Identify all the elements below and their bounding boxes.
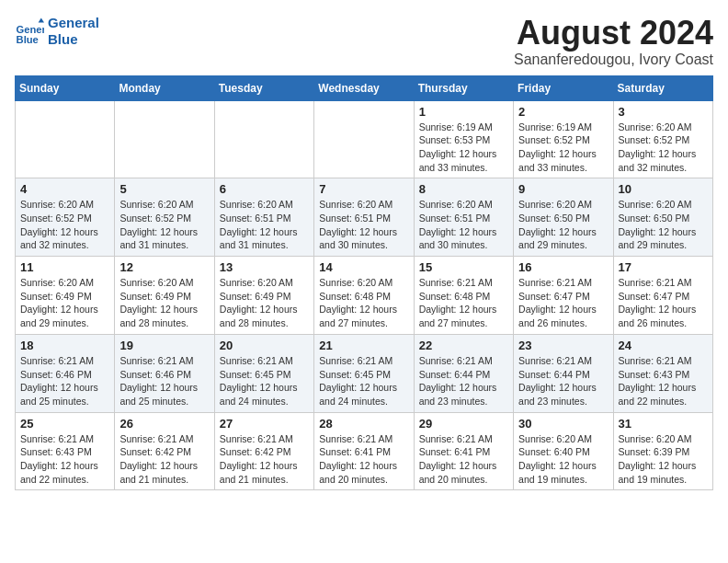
day-of-week-header: Tuesday bbox=[214, 75, 313, 100]
day-info: Sunrise: 6:20 AM Sunset: 6:40 PM Dayligh… bbox=[518, 432, 608, 487]
calendar-cell: 25Sunrise: 6:21 AM Sunset: 6:43 PM Dayli… bbox=[16, 412, 115, 490]
day-of-week-header: Monday bbox=[115, 75, 214, 100]
logo: General Blue General Blue bbox=[15, 15, 99, 48]
calendar-cell: 29Sunrise: 6:21 AM Sunset: 6:41 PM Dayli… bbox=[414, 412, 513, 490]
day-number: 14 bbox=[319, 260, 408, 274]
calendar-cell: 3Sunrise: 6:20 AM Sunset: 6:52 PM Daylig… bbox=[613, 100, 712, 178]
day-number: 20 bbox=[220, 339, 309, 352]
day-number: 22 bbox=[419, 339, 508, 352]
calendar-cell: 4Sunrise: 6:20 AM Sunset: 6:52 PM Daylig… bbox=[16, 178, 115, 257]
day-number: 13 bbox=[220, 260, 309, 274]
day-number: 29 bbox=[419, 417, 508, 431]
day-number: 11 bbox=[20, 260, 109, 274]
day-number: 8 bbox=[419, 182, 508, 196]
day-info: Sunrise: 6:20 AM Sunset: 6:52 PM Dayligh… bbox=[619, 121, 708, 175]
day-number: 27 bbox=[220, 417, 309, 431]
calendar-cell: 10Sunrise: 6:20 AM Sunset: 6:50 PM Dayli… bbox=[613, 178, 712, 257]
day-info: Sunrise: 6:20 AM Sunset: 6:48 PM Dayligh… bbox=[319, 276, 408, 330]
day-info: Sunrise: 6:21 AM Sunset: 6:46 PM Dayligh… bbox=[119, 354, 209, 408]
calendar-cell: 30Sunrise: 6:20 AM Sunset: 6:40 PM Dayli… bbox=[514, 412, 613, 490]
calendar-header: SundayMondayTuesdayWednesdayThursdayFrid… bbox=[16, 75, 713, 100]
calendar-body: 1Sunrise: 6:19 AM Sunset: 6:53 PM Daylig… bbox=[16, 100, 713, 490]
calendar-cell: 22Sunrise: 6:21 AM Sunset: 6:44 PM Dayli… bbox=[414, 334, 513, 412]
calendar-cell: 16Sunrise: 6:21 AM Sunset: 6:47 PM Dayli… bbox=[514, 257, 613, 335]
page-title: August 2024 bbox=[514, 15, 713, 52]
day-number: 1 bbox=[419, 105, 508, 119]
calendar-cell: 23Sunrise: 6:21 AM Sunset: 6:44 PM Dayli… bbox=[514, 334, 613, 412]
page-subtitle: Sananferedougou, Ivory Coast bbox=[514, 52, 713, 68]
calendar-cell: 24Sunrise: 6:21 AM Sunset: 6:43 PM Dayli… bbox=[613, 334, 712, 412]
svg-marker-2 bbox=[39, 18, 44, 23]
day-number: 12 bbox=[119, 260, 209, 274]
day-of-week-header: Friday bbox=[514, 75, 613, 100]
day-info: Sunrise: 6:21 AM Sunset: 6:42 PM Dayligh… bbox=[220, 432, 309, 487]
day-number: 21 bbox=[319, 339, 408, 352]
day-of-week-header: Sunday bbox=[16, 75, 115, 100]
day-number: 24 bbox=[619, 339, 708, 352]
calendar-week-row: 1Sunrise: 6:19 AM Sunset: 6:53 PM Daylig… bbox=[16, 100, 713, 178]
day-info: Sunrise: 6:21 AM Sunset: 6:41 PM Dayligh… bbox=[319, 432, 408, 487]
day-info: Sunrise: 6:20 AM Sunset: 6:52 PM Dayligh… bbox=[119, 198, 209, 252]
day-info: Sunrise: 6:20 AM Sunset: 6:49 PM Dayligh… bbox=[220, 276, 309, 330]
day-info: Sunrise: 6:21 AM Sunset: 6:47 PM Dayligh… bbox=[518, 276, 608, 330]
logo-icon: General Blue bbox=[15, 17, 44, 46]
calendar-cell: 20Sunrise: 6:21 AM Sunset: 6:45 PM Dayli… bbox=[214, 334, 313, 412]
calendar-week-row: 18Sunrise: 6:21 AM Sunset: 6:46 PM Dayli… bbox=[16, 334, 713, 412]
title-block: August 2024 Sananferedougou, Ivory Coast bbox=[514, 15, 713, 68]
svg-text:General: General bbox=[17, 24, 44, 35]
day-info: Sunrise: 6:20 AM Sunset: 6:49 PM Dayligh… bbox=[20, 276, 109, 330]
day-number: 16 bbox=[518, 260, 608, 274]
day-info: Sunrise: 6:20 AM Sunset: 6:39 PM Dayligh… bbox=[619, 432, 708, 487]
day-of-week-header: Thursday bbox=[414, 75, 513, 100]
calendar-cell: 1Sunrise: 6:19 AM Sunset: 6:53 PM Daylig… bbox=[414, 100, 513, 178]
day-number: 5 bbox=[119, 182, 209, 196]
calendar-cell: 31Sunrise: 6:20 AM Sunset: 6:39 PM Dayli… bbox=[613, 412, 712, 490]
day-number: 28 bbox=[319, 417, 408, 431]
day-number: 10 bbox=[619, 182, 708, 196]
calendar-cell: 9Sunrise: 6:20 AM Sunset: 6:50 PM Daylig… bbox=[514, 178, 613, 257]
calendar-cell: 13Sunrise: 6:20 AM Sunset: 6:49 PM Dayli… bbox=[214, 257, 313, 335]
calendar-cell: 27Sunrise: 6:21 AM Sunset: 6:42 PM Dayli… bbox=[214, 412, 313, 490]
calendar-cell: 28Sunrise: 6:21 AM Sunset: 6:41 PM Dayli… bbox=[314, 412, 414, 490]
day-number: 15 bbox=[419, 260, 508, 274]
day-info: Sunrise: 6:19 AM Sunset: 6:52 PM Dayligh… bbox=[518, 121, 608, 175]
day-info: Sunrise: 6:19 AM Sunset: 6:53 PM Dayligh… bbox=[419, 121, 508, 175]
day-number: 17 bbox=[619, 260, 708, 274]
day-number: 31 bbox=[619, 417, 708, 431]
calendar-cell bbox=[115, 100, 214, 178]
day-info: Sunrise: 6:21 AM Sunset: 6:45 PM Dayligh… bbox=[319, 354, 408, 408]
calendar-cell: 8Sunrise: 6:20 AM Sunset: 6:51 PM Daylig… bbox=[414, 178, 513, 257]
calendar-cell: 19Sunrise: 6:21 AM Sunset: 6:46 PM Dayli… bbox=[115, 334, 214, 412]
day-number: 26 bbox=[119, 417, 209, 431]
calendar-cell: 12Sunrise: 6:20 AM Sunset: 6:49 PM Dayli… bbox=[115, 257, 214, 335]
day-number: 7 bbox=[319, 182, 408, 196]
calendar-cell: 7Sunrise: 6:20 AM Sunset: 6:51 PM Daylig… bbox=[314, 178, 414, 257]
day-number: 2 bbox=[518, 105, 608, 119]
day-info: Sunrise: 6:21 AM Sunset: 6:43 PM Dayligh… bbox=[619, 354, 708, 408]
calendar-cell: 6Sunrise: 6:20 AM Sunset: 6:51 PM Daylig… bbox=[214, 178, 313, 257]
day-info: Sunrise: 6:21 AM Sunset: 6:45 PM Dayligh… bbox=[220, 354, 309, 408]
calendar-week-row: 11Sunrise: 6:20 AM Sunset: 6:49 PM Dayli… bbox=[16, 257, 713, 335]
day-info: Sunrise: 6:20 AM Sunset: 6:52 PM Dayligh… bbox=[20, 198, 109, 252]
day-info: Sunrise: 6:21 AM Sunset: 6:46 PM Dayligh… bbox=[20, 354, 109, 408]
day-info: Sunrise: 6:21 AM Sunset: 6:44 PM Dayligh… bbox=[518, 354, 608, 408]
day-number: 30 bbox=[518, 417, 608, 431]
svg-text:Blue: Blue bbox=[17, 34, 39, 45]
calendar-cell: 17Sunrise: 6:21 AM Sunset: 6:47 PM Dayli… bbox=[613, 257, 712, 335]
calendar-cell bbox=[214, 100, 313, 178]
day-info: Sunrise: 6:21 AM Sunset: 6:47 PM Dayligh… bbox=[619, 276, 708, 330]
day-info: Sunrise: 6:21 AM Sunset: 6:43 PM Dayligh… bbox=[20, 432, 109, 487]
calendar-cell: 5Sunrise: 6:20 AM Sunset: 6:52 PM Daylig… bbox=[115, 178, 214, 257]
calendar-week-row: 25Sunrise: 6:21 AM Sunset: 6:43 PM Dayli… bbox=[16, 412, 713, 490]
day-number: 18 bbox=[20, 339, 109, 352]
day-info: Sunrise: 6:20 AM Sunset: 6:51 PM Dayligh… bbox=[319, 198, 408, 252]
day-info: Sunrise: 6:20 AM Sunset: 6:50 PM Dayligh… bbox=[518, 198, 608, 252]
day-number: 25 bbox=[20, 417, 109, 431]
calendar-cell: 18Sunrise: 6:21 AM Sunset: 6:46 PM Dayli… bbox=[16, 334, 115, 412]
day-info: Sunrise: 6:21 AM Sunset: 6:44 PM Dayligh… bbox=[419, 354, 508, 408]
calendar-cell: 14Sunrise: 6:20 AM Sunset: 6:48 PM Dayli… bbox=[314, 257, 414, 335]
calendar-cell bbox=[16, 100, 115, 178]
calendar-cell bbox=[314, 100, 414, 178]
day-number: 23 bbox=[518, 339, 608, 352]
day-number: 4 bbox=[20, 182, 109, 196]
